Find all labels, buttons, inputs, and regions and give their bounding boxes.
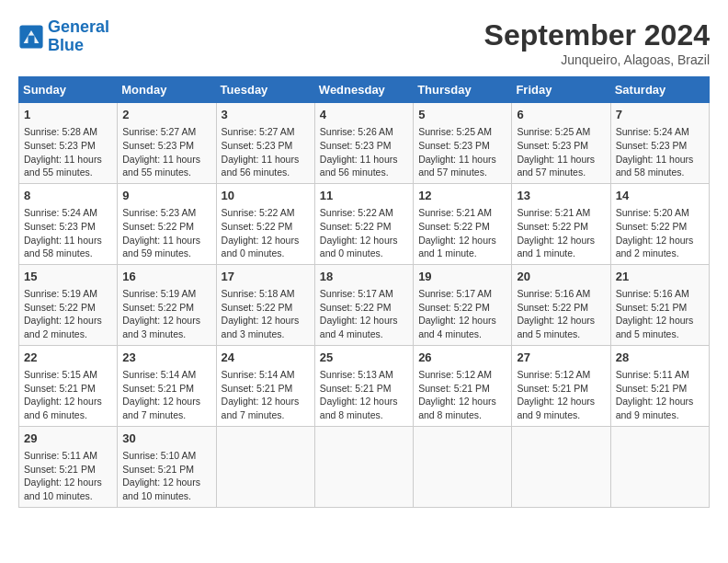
day-info-line: and 0 minutes. — [222, 247, 310, 260]
calendar-cell: 2Sunrise: 5:27 AMSunset: 5:23 PMDaylight… — [118, 103, 216, 184]
day-info-line: Sunrise: 5:16 AM — [616, 287, 704, 301]
day-number: 10 — [222, 188, 310, 204]
calendar-cell — [512, 426, 610, 507]
day-info-line: Sunrise: 5:23 AM — [122, 206, 210, 220]
day-info-line: Sunset: 5:22 PM — [418, 220, 506, 234]
day-info-line: Sunrise: 5:17 AM — [418, 287, 506, 301]
day-number: 18 — [320, 269, 408, 285]
day-info-line: and 8 minutes. — [320, 408, 408, 422]
day-info-line: Sunset: 5:22 PM — [122, 301, 210, 315]
day-info-line: Daylight: 12 hours — [418, 314, 506, 327]
day-info-line: Sunrise: 5:25 AM — [517, 125, 605, 139]
col-header-saturday: Saturday — [610, 77, 709, 103]
calendar-cell: 24Sunrise: 5:14 AMSunset: 5:21 PMDayligh… — [216, 345, 314, 426]
calendar-week-2: 8Sunrise: 5:24 AMSunset: 5:23 PMDaylight… — [19, 183, 710, 264]
day-info-line: Sunrise: 5:24 AM — [24, 206, 112, 220]
calendar-cell: 7Sunrise: 5:24 AMSunset: 5:23 PMDaylight… — [610, 103, 709, 184]
day-info-line: Sunrise: 5:12 AM — [517, 368, 605, 382]
day-number: 3 — [222, 107, 310, 123]
day-number: 9 — [122, 188, 210, 204]
day-number: 7 — [616, 107, 704, 123]
day-info-line: Daylight: 11 hours — [24, 234, 112, 247]
calendar-cell — [314, 426, 413, 507]
day-info-line: and 59 minutes. — [122, 247, 210, 260]
logo-icon — [18, 24, 44, 50]
calendar-cell — [216, 426, 314, 507]
day-info-line: Daylight: 12 hours — [418, 395, 506, 408]
day-info-line: Sunrise: 5:25 AM — [418, 125, 506, 139]
calendar-week-1: 1Sunrise: 5:28 AMSunset: 5:23 PMDaylight… — [19, 103, 710, 184]
day-info-line: Sunset: 5:22 PM — [122, 220, 210, 234]
calendar-cell: 26Sunrise: 5:12 AMSunset: 5:21 PMDayligh… — [414, 345, 512, 426]
calendar-cell: 10Sunrise: 5:22 AMSunset: 5:22 PMDayligh… — [216, 183, 314, 264]
day-info-line: Sunrise: 5:19 AM — [24, 287, 112, 301]
day-number: 25 — [320, 350, 408, 366]
col-header-friday: Friday — [512, 77, 610, 103]
day-number: 28 — [616, 350, 704, 366]
calendar-cell: 17Sunrise: 5:18 AMSunset: 5:22 PMDayligh… — [216, 264, 314, 345]
calendar-week-4: 22Sunrise: 5:15 AMSunset: 5:21 PMDayligh… — [19, 345, 710, 426]
day-info-line: Sunset: 5:21 PM — [517, 382, 605, 396]
day-number: 24 — [222, 350, 310, 366]
day-info-line: Sunset: 5:21 PM — [24, 382, 112, 396]
day-info-line: Sunset: 5:21 PM — [122, 463, 210, 477]
calendar-cell — [610, 426, 709, 507]
day-info-line: Sunrise: 5:12 AM — [418, 368, 506, 382]
calendar-cell: 20Sunrise: 5:16 AMSunset: 5:22 PMDayligh… — [512, 264, 610, 345]
day-info-line: Sunset: 5:23 PM — [616, 139, 704, 153]
day-info-line: Daylight: 12 hours — [517, 234, 605, 247]
calendar-cell: 13Sunrise: 5:21 AMSunset: 5:22 PMDayligh… — [512, 183, 610, 264]
day-info-line: and 55 minutes. — [122, 166, 210, 179]
day-info-line: and 4 minutes. — [320, 327, 408, 341]
day-info-line: Sunset: 5:22 PM — [320, 220, 408, 234]
day-number: 19 — [418, 269, 506, 285]
day-info-line: Daylight: 12 hours — [616, 234, 704, 247]
col-header-sunday: Sunday — [19, 77, 118, 103]
day-number: 12 — [418, 188, 506, 204]
calendar-cell: 29Sunrise: 5:11 AMSunset: 5:21 PMDayligh… — [19, 426, 118, 507]
day-info-line: and 58 minutes. — [616, 166, 704, 179]
calendar-cell: 21Sunrise: 5:16 AMSunset: 5:21 PMDayligh… — [610, 264, 709, 345]
day-info-line: Daylight: 11 hours — [222, 153, 310, 167]
col-header-monday: Monday — [118, 77, 216, 103]
day-info-line: and 3 minutes. — [222, 327, 310, 341]
title-block: September 2024 Junqueiro, Alagoas, Brazi… — [484, 18, 710, 67]
day-info-line: Daylight: 12 hours — [616, 395, 704, 408]
day-info-line: Daylight: 11 hours — [122, 153, 210, 167]
day-info-line: Sunrise: 5:16 AM — [517, 287, 605, 301]
calendar-cell: 18Sunrise: 5:17 AMSunset: 5:22 PMDayligh… — [314, 264, 413, 345]
calendar-week-3: 15Sunrise: 5:19 AMSunset: 5:22 PMDayligh… — [19, 264, 710, 345]
calendar-header-row: SundayMondayTuesdayWednesdayThursdayFrid… — [19, 77, 710, 103]
day-number: 4 — [320, 107, 408, 123]
day-info-line: Daylight: 12 hours — [418, 234, 506, 247]
day-info-line: and 55 minutes. — [24, 166, 112, 179]
day-number: 26 — [418, 350, 506, 366]
day-info-line: Daylight: 12 hours — [24, 476, 112, 489]
calendar-cell: 9Sunrise: 5:23 AMSunset: 5:22 PMDaylight… — [118, 183, 216, 264]
day-info-line: Sunrise: 5:15 AM — [24, 368, 112, 382]
calendar-cell: 6Sunrise: 5:25 AMSunset: 5:23 PMDaylight… — [512, 103, 610, 184]
day-info-line: Sunrise: 5:21 AM — [517, 206, 605, 220]
day-info-line: Sunrise: 5:17 AM — [320, 287, 408, 301]
day-info-line: Daylight: 12 hours — [320, 234, 408, 247]
day-info-line: and 9 minutes. — [517, 408, 605, 422]
day-info-line: Daylight: 12 hours — [24, 314, 112, 327]
day-number: 14 — [616, 188, 704, 204]
day-info-line: Sunrise: 5:19 AM — [122, 287, 210, 301]
calendar-cell: 14Sunrise: 5:20 AMSunset: 5:22 PMDayligh… — [610, 183, 709, 264]
day-info-line: Daylight: 11 hours — [24, 153, 112, 167]
day-info-line: Daylight: 12 hours — [122, 314, 210, 327]
day-info-line: Sunrise: 5:20 AM — [616, 206, 704, 220]
day-info-line: and 56 minutes. — [222, 166, 310, 179]
day-info-line: Sunset: 5:23 PM — [24, 139, 112, 153]
day-info-line: and 5 minutes. — [517, 327, 605, 341]
day-info-line: Sunset: 5:21 PM — [320, 382, 408, 396]
day-info-line: Sunrise: 5:27 AM — [222, 125, 310, 139]
day-number: 17 — [222, 269, 310, 285]
day-info-line: and 4 minutes. — [418, 327, 506, 341]
day-number: 27 — [517, 350, 605, 366]
calendar-cell: 28Sunrise: 5:11 AMSunset: 5:21 PMDayligh… — [610, 345, 709, 426]
day-info-line: and 58 minutes. — [24, 247, 112, 260]
day-number: 16 — [122, 269, 210, 285]
day-info-line: Sunset: 5:23 PM — [320, 139, 408, 153]
